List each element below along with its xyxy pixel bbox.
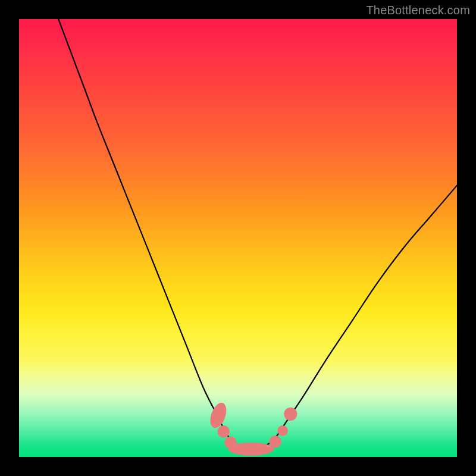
plot-area — [19, 19, 457, 457]
bottleneck-curve — [58, 19, 457, 449]
curve-marker — [217, 425, 230, 438]
curve-marker — [284, 408, 297, 421]
curve-marker — [277, 425, 288, 436]
curve-group — [58, 19, 457, 449]
watermark-text: TheBottleneck.com — [366, 4, 470, 17]
curve-marker — [269, 436, 281, 448]
chart-frame: TheBottleneck.com — [0, 0, 476, 476]
curve-marker — [207, 400, 229, 430]
marker-group — [207, 400, 297, 455]
curve-marker — [228, 443, 274, 456]
curve-svg — [19, 19, 457, 457]
